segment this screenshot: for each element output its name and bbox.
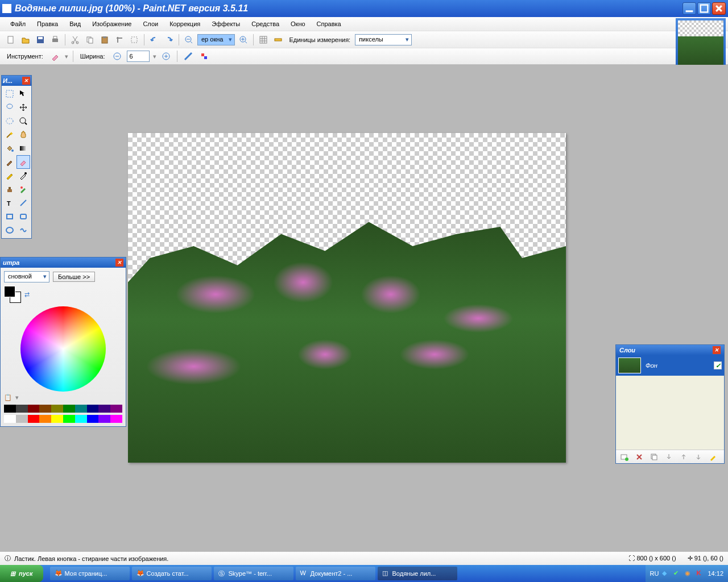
zoom-in-button[interactable] <box>237 34 250 46</box>
swap-colors-icon[interactable]: ⇄ <box>24 291 30 298</box>
menu-edit[interactable]: Правка <box>31 19 64 29</box>
tray-icon-3[interactable]: ◉ <box>685 569 693 577</box>
print-button[interactable] <box>49 34 61 46</box>
clone-tool[interactable] <box>3 182 16 196</box>
tray-icon-1[interactable]: ◆ <box>662 569 670 577</box>
color-wheel[interactable] <box>20 306 106 392</box>
gradient-tool[interactable] <box>16 142 30 155</box>
layer-item[interactable]: Фон ✓ <box>616 355 724 376</box>
freeform-tool[interactable] <box>16 223 30 237</box>
picker-tool[interactable] <box>16 169 30 182</box>
open-button[interactable] <box>19 34 32 46</box>
brush-tool[interactable] <box>3 155 16 169</box>
zoom-out-button[interactable] <box>183 34 195 46</box>
taskbar-item-firefox2[interactable]: 🦊Создать стат... <box>132 567 212 580</box>
menu-adjustments[interactable]: Коррекция <box>164 19 206 29</box>
deselect-button[interactable] <box>128 34 140 46</box>
color-palette-2[interactable] <box>4 415 122 423</box>
crop-button[interactable] <box>113 34 126 46</box>
ellipse-tool[interactable] <box>3 223 16 237</box>
pan-tool[interactable] <box>16 128 30 142</box>
duplicate-layer-button[interactable] <box>648 451 660 463</box>
more-button[interactable]: Больше >> <box>53 272 95 282</box>
units-select[interactable]: пикселы <box>355 34 412 45</box>
taskbar-item-skype[interactable]: ⓈSkype™ - terr... <box>214 567 293 580</box>
ruler-button[interactable] <box>272 34 284 46</box>
maximize-button[interactable] <box>697 2 711 15</box>
current-tool-icon[interactable] <box>49 50 61 63</box>
width-input[interactable] <box>127 51 150 62</box>
text-tool[interactable]: T <box>3 196 16 210</box>
colors-window[interactable]: итра ✕ сновной Больше >> ⇄ 📋 ▾ <box>0 257 126 427</box>
primary-color-swatch[interactable] <box>4 286 15 297</box>
layers-close-button[interactable]: ✕ <box>713 346 721 354</box>
copy-button[interactable] <box>84 34 96 46</box>
add-layer-button[interactable] <box>618 451 631 463</box>
blend-button[interactable] <box>198 50 210 63</box>
move-select-tool[interactable] <box>16 87 30 101</box>
color-swatches[interactable] <box>4 286 21 303</box>
colors-close-button[interactable]: ✕ <box>115 259 123 267</box>
menu-layers[interactable]: Слои <box>137 19 164 29</box>
move-tool[interactable] <box>16 101 30 114</box>
colors-window-titlebar[interactable]: итра ✕ <box>1 257 126 268</box>
layers-window-titlebar[interactable]: Слои ✕ <box>616 345 724 355</box>
canvas[interactable] <box>128 133 566 463</box>
kaspersky-icon[interactable]: K <box>696 569 704 577</box>
delete-layer-button[interactable] <box>633 451 646 463</box>
palette-toggle-icon[interactable]: 📋 <box>4 394 12 401</box>
layer-properties-button[interactable] <box>707 451 719 463</box>
line-tool[interactable] <box>16 196 30 210</box>
rect-tool[interactable] <box>3 210 16 223</box>
new-button[interactable] <box>5 34 17 46</box>
document-thumbnail[interactable]: ✦ <box>676 18 726 68</box>
minimize-button[interactable] <box>682 2 696 15</box>
pencil-tool[interactable] <box>3 169 16 182</box>
menu-effects[interactable]: Эффекты <box>206 19 246 29</box>
magic-wand-tool[interactable] <box>3 128 16 142</box>
lasso-tool[interactable] <box>3 101 16 114</box>
redo-button[interactable] <box>163 34 175 46</box>
color-palette[interactable] <box>4 405 122 413</box>
tray-icon-2[interactable]: ✔ <box>673 569 681 577</box>
cut-button[interactable] <box>69 34 81 46</box>
close-button[interactable] <box>712 2 726 15</box>
zoom-select[interactable]: ер окна <box>197 34 235 45</box>
menu-file[interactable]: Файл <box>5 19 31 29</box>
taskbar-item-firefox1[interactable]: 🦊Моя страниц... <box>50 567 130 580</box>
grid-button[interactable] <box>257 34 270 46</box>
move-down-button[interactable] <box>692 451 705 463</box>
layer-visibility-checkbox[interactable]: ✓ <box>714 361 722 369</box>
merge-down-button[interactable] <box>663 451 675 463</box>
menu-image[interactable]: Изображение <box>86 19 137 29</box>
roundrect-tool[interactable] <box>16 210 30 223</box>
start-button[interactable]: ⊞ пуск <box>0 565 43 582</box>
tools-close-button[interactable]: ✕ <box>22 77 30 85</box>
antialias-button[interactable] <box>182 50 195 63</box>
save-button[interactable] <box>34 34 47 46</box>
taskbar-item-paintnet[interactable]: ◫Водяные лил... <box>378 567 457 580</box>
eraser-tool[interactable] <box>16 155 30 169</box>
menu-window[interactable]: Окно <box>285 19 311 29</box>
ellipse-select-tool[interactable] <box>3 114 16 128</box>
layers-window[interactable]: Слои ✕ Фон ✓ <box>615 344 725 464</box>
rect-select-tool[interactable] <box>3 87 16 101</box>
width-decrease-button[interactable] <box>111 50 123 63</box>
system-tray[interactable]: RU ◆ ✔ ◉ K 14:12 <box>646 565 728 582</box>
menu-view[interactable]: Вид <box>64 19 86 29</box>
language-indicator[interactable]: RU <box>650 570 659 577</box>
menu-help[interactable]: Справка <box>311 19 347 29</box>
color-mode-select[interactable]: сновной <box>4 271 49 282</box>
width-increase-button[interactable] <box>160 50 172 63</box>
clock[interactable]: 14:12 <box>708 570 723 577</box>
tools-window[interactable]: И... ✕ T <box>1 75 32 239</box>
undo-button[interactable] <box>148 34 160 46</box>
zoom-tool[interactable] <box>16 114 30 128</box>
fill-tool[interactable] <box>3 142 16 155</box>
menu-tools[interactable]: Средства <box>246 19 285 29</box>
paste-button[interactable] <box>98 34 111 46</box>
recolor-tool[interactable] <box>16 182 30 196</box>
tools-window-titlebar[interactable]: И... ✕ <box>2 76 31 86</box>
move-up-button[interactable] <box>677 451 690 463</box>
taskbar-item-word[interactable]: WДокумент2 - ... <box>296 567 375 580</box>
